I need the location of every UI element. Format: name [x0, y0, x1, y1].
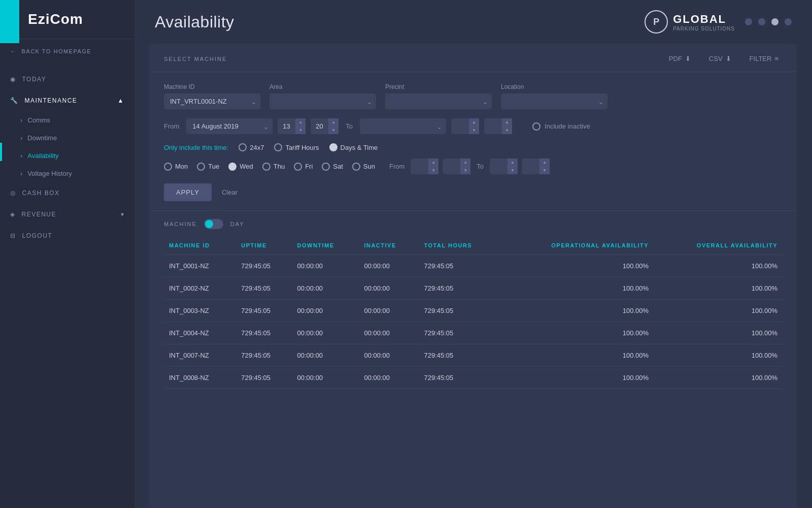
cashbox-icon: ◎: [10, 189, 16, 197]
sidebar-item-maintenance[interactable]: 🔧 MAINTENANCE ▲: [0, 90, 134, 111]
radio-days-time[interactable]: Days & Time: [329, 143, 378, 151]
days-to-hour-up[interactable]: ▲: [507, 158, 518, 167]
sidebar-item-cashbox[interactable]: ◎ CASH BOX: [0, 182, 134, 204]
cell-total-hours: 729:45:05: [419, 322, 501, 344]
table-row[interactable]: INT_0008-NZ 729:45:05 00:00:00 00:00:00 …: [164, 367, 783, 389]
status-dot-4: [785, 18, 792, 25]
from-date-select[interactable]: 14 August 2019: [186, 118, 273, 134]
day-thu[interactable]: Thu: [262, 163, 285, 171]
cell-op-avail: 100.00%: [501, 344, 654, 367]
precinct-select[interactable]: [385, 93, 492, 109]
include-inactive-label: Include inactive: [545, 122, 590, 130]
machine-toggle[interactable]: [204, 219, 223, 229]
cell-downtime: 00:00:00: [292, 300, 359, 322]
days-to-min-down[interactable]: ▼: [539, 167, 550, 175]
machine-id-wrapper: INT_VRTL0001-NZ: [164, 93, 260, 109]
from-hour-spinner: ▲ ▼: [278, 118, 306, 134]
day-sat[interactable]: Sat: [322, 163, 343, 171]
table-section: MACHINE DAY MACHINE ID UPTIME DOWNTIME I…: [150, 211, 797, 389]
date-row: From 14 August 2019 ▲ ▼ ▲: [164, 118, 783, 134]
days-row: Mon Tue Wed Thu Fri: [164, 158, 783, 174]
precinct-group: Precint: [385, 83, 492, 109]
days-from-min-down[interactable]: ▼: [460, 167, 470, 175]
to-min-down[interactable]: ▼: [502, 126, 512, 135]
machine-id-select[interactable]: INT_VRTL0001-NZ: [164, 93, 260, 109]
csv-button[interactable]: CSV ⬇: [705, 53, 735, 65]
sidebar-item-availability[interactable]: › Availability: [10, 147, 134, 165]
from-hour-up[interactable]: ▲: [295, 118, 306, 126]
days-from-hour-up[interactable]: ▲: [428, 158, 438, 167]
to-date-select[interactable]: [360, 118, 446, 134]
radio-24x7[interactable]: 24x7: [239, 143, 264, 151]
clear-button[interactable]: Clear: [214, 183, 246, 201]
day-toggle-label: DAY: [230, 221, 245, 227]
voltage-history-label: Voltage History: [27, 170, 72, 177]
location-select[interactable]: [501, 93, 607, 109]
sidebar-item-logout[interactable]: ⊟ LOGOUT: [0, 225, 134, 246]
sidebar-logo: EziCom: [0, 0, 134, 39]
table-row[interactable]: INT_0002-NZ 729:45:05 00:00:00 00:00:00 …: [164, 277, 783, 300]
day-tue-radio: [197, 163, 205, 171]
day-fri[interactable]: Fri: [294, 163, 313, 171]
precinct-wrapper: [385, 93, 492, 109]
day-tue-label: Tue: [208, 163, 219, 170]
table-row[interactable]: INT_0003-NZ 729:45:05 00:00:00 00:00:00 …: [164, 300, 783, 322]
from-min-up[interactable]: ▲: [328, 118, 339, 126]
sidebar-item-comms[interactable]: › Comms: [10, 111, 134, 129]
days-from-min-up[interactable]: ▲: [460, 158, 470, 167]
sidebar-item-logout-label: LOGOUT: [22, 232, 53, 239]
main-content: Availability P GLOBAL PARKING SOLUTIONS …: [134, 0, 812, 508]
cell-total-hours: 729:45:05: [419, 255, 501, 277]
sidebar: EziCom ← BACK TO HOMEPAGE ◉ TODAY 🔧 MAIN…: [0, 0, 134, 508]
from-min-down[interactable]: ▼: [328, 126, 339, 135]
apply-button[interactable]: APPLY: [164, 183, 212, 201]
cell-overall-avail: 100.00%: [654, 322, 783, 344]
day-sun[interactable]: Sun: [352, 163, 375, 171]
radio-days-time-label: Days & Time: [341, 144, 378, 151]
from-date-wrapper: 14 August 2019: [186, 118, 273, 134]
include-inactive-checkbox[interactable]: Include inactive: [532, 122, 590, 131]
day-wed-label: Wed: [240, 163, 253, 170]
table-row[interactable]: INT_0007-NZ 729:45:05 00:00:00 00:00:00 …: [164, 344, 783, 367]
pdf-button[interactable]: PDF ⬇: [665, 53, 695, 65]
sidebar-item-cashbox-label: CASH BOX: [22, 189, 60, 197]
day-sun-label: Sun: [363, 163, 375, 170]
chevron-right-icon: ›: [20, 152, 22, 160]
cell-uptime: 729:45:05: [236, 367, 292, 389]
card-actions: PDF ⬇ CSV ⬇ FILTER ≡: [665, 53, 783, 65]
radio-tariff-hours[interactable]: Tariff Hours: [274, 143, 319, 151]
cell-overall-avail: 100.00%: [654, 300, 783, 322]
days-to-min-up[interactable]: ▲: [539, 158, 550, 167]
table-row[interactable]: INT_0004-NZ 729:45:05 00:00:00 00:00:00 …: [164, 322, 783, 344]
location-wrapper: [501, 93, 607, 109]
days-from-hour-down[interactable]: ▼: [428, 167, 438, 175]
to-hour-up[interactable]: ▲: [469, 118, 479, 126]
col-total-hours: TOTAL HOURS: [419, 236, 501, 255]
sidebar-item-downtime[interactable]: › Downtime: [10, 129, 134, 147]
area-select[interactable]: [269, 93, 376, 109]
from-hour-down[interactable]: ▼: [295, 126, 306, 135]
day-tue[interactable]: Tue: [197, 163, 219, 171]
table-row[interactable]: INT_0001-NZ 729:45:05 00:00:00 00:00:00 …: [164, 255, 783, 277]
sidebar-item-revenue[interactable]: ◈ REVENUE ▾: [0, 204, 134, 225]
day-wed[interactable]: Wed: [228, 163, 253, 171]
to-hour-down[interactable]: ▼: [469, 126, 479, 135]
sidebar-item-today[interactable]: ◉ TODAY: [0, 69, 134, 90]
to-min-up[interactable]: ▲: [502, 118, 512, 126]
cell-machine-id: INT_0008-NZ: [164, 367, 236, 389]
csv-label: CSV: [709, 55, 723, 62]
precinct-label: Precint: [385, 83, 492, 90]
cell-overall-avail: 100.00%: [654, 344, 783, 367]
sidebar-item-today-label: TODAY: [22, 76, 47, 83]
form-actions: APPLY Clear: [164, 183, 783, 201]
location-label: Location: [501, 83, 607, 90]
table-body: INT_0001-NZ 729:45:05 00:00:00 00:00:00 …: [164, 255, 783, 389]
days-to-hour-down[interactable]: ▼: [507, 167, 518, 175]
sidebar-item-voltage-history[interactable]: › Voltage History: [10, 165, 134, 182]
back-to-homepage-button[interactable]: ← BACK TO HOMEPAGE: [0, 39, 134, 64]
chevron-right-icon: ›: [20, 170, 22, 177]
day-thu-radio: [262, 163, 270, 171]
day-mon[interactable]: Mon: [164, 163, 188, 171]
day-sun-radio: [352, 163, 360, 171]
filter-button[interactable]: FILTER ≡: [746, 53, 783, 65]
